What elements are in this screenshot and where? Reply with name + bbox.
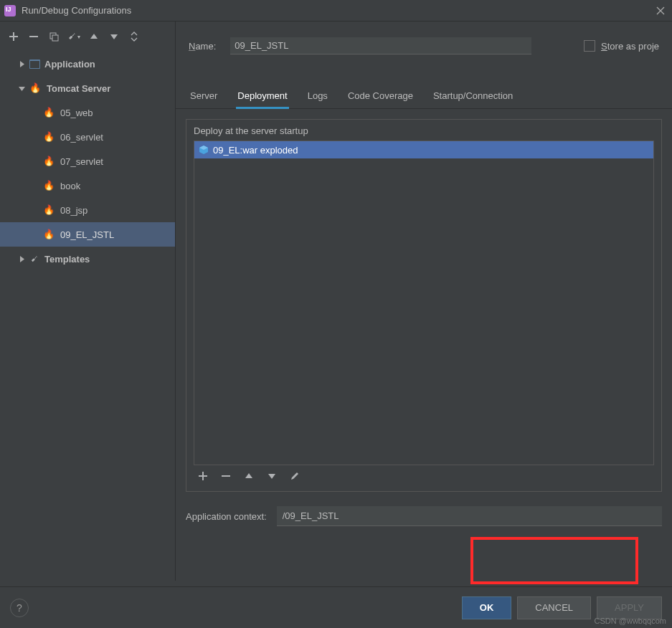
tomcat-icon: 🔥 [29,82,41,93]
tree-node-09-el-jstl[interactable]: 🔥 09_EL_JSTL [0,222,175,247]
name-label: Name: [189,41,216,52]
tree-node-08-jsp[interactable]: 🔥 08_jsp [0,198,175,222]
chevron-down-icon [19,83,25,94]
svg-rect-1 [52,35,58,41]
application-icon [29,60,40,69]
highlight-box [470,537,638,584]
copy-config-button[interactable] [46,29,62,44]
close-button[interactable] [653,4,668,18]
tab-deployment[interactable]: Deployment [236,86,288,108]
tab-server[interactable]: Server [189,86,219,108]
main-area: ▾ Application 🔥 Tomcat Server 🔥 05_web [0,22,672,581]
dialog-footer: ? OK CANCEL APPLY [0,586,672,628]
tree-label: Application [44,59,95,70]
window-title: Run/Debug Configurations [22,5,653,16]
tree-label: book [60,181,80,191]
tree-label: 05_web [60,108,93,118]
remove-artifact-button[interactable] [219,471,232,484]
add-artifact-button[interactable] [197,471,209,484]
tree-label: 07_servlet [60,156,103,167]
application-context-row: Application context: [186,499,662,541]
artifact-down-button[interactable] [265,471,278,484]
move-down-button[interactable] [106,29,122,44]
titlebar: Run/Debug Configurations [0,0,672,22]
deployment-item[interactable]: 09_EL:war exploded [194,141,653,158]
artifact-icon [199,145,209,155]
tree-node-templates[interactable]: Templates [0,247,175,271]
apply-button[interactable]: APPLY [597,596,662,619]
config-tree: Application 🔥 Tomcat Server 🔥 05_web 🔥 0… [0,52,175,271]
tab-bar: Server Deployment Logs Code Coverage Sta… [176,79,672,109]
tree-label: 08_jsp [60,205,87,216]
deployment-title: Deploy at the server startup [194,125,654,136]
expand-all-button[interactable] [126,29,142,44]
tree-node-06-servlet[interactable]: 🔥 06_servlet [0,125,175,149]
sidebar-toolbar: ▾ [0,26,175,47]
wrench-button[interactable]: ▾ [66,29,82,44]
sidebar: ▾ Application 🔥 Tomcat Server 🔥 05_web [0,22,176,581]
tree-label: Tomcat Server [47,83,110,94]
tree-label: 09_EL_JSTL [60,229,114,240]
name-bar: Name: Store as proje [176,22,672,57]
name-input[interactable] [230,37,531,54]
tomcat-icon: 🔥 [43,156,55,166]
close-icon [656,6,665,15]
tomcat-icon: 🔥 [43,204,55,215]
right-panel: Name: Store as proje Server Deployment L… [176,22,672,581]
chevron-right-icon [19,59,25,70]
svg-rect-3 [30,61,39,68]
tree-node-book[interactable]: 🔥 book [0,173,175,198]
tab-code-coverage[interactable]: Code Coverage [346,86,415,108]
help-button[interactable]: ? [10,599,29,617]
tree-node-05-web[interactable]: 🔥 05_web [0,100,175,125]
tomcat-icon: 🔥 [43,229,55,239]
move-up-button[interactable] [86,29,102,44]
deployment-item-label: 09_EL:war exploded [213,145,298,156]
tree-node-07-servlet[interactable]: 🔥 07_servlet [0,149,175,173]
tree-label: 06_servlet [60,132,103,143]
tab-startup-connection[interactable]: Startup/Connection [432,86,514,108]
tab-logs[interactable]: Logs [306,86,329,108]
add-config-button[interactable] [6,29,22,44]
watermark-text: CSDN @wwbqqcom [595,617,666,625]
tree-label: Templates [44,254,90,265]
chevron-right-icon [19,254,25,265]
remove-config-button[interactable] [26,29,42,44]
wrench-icon [29,254,40,264]
store-checkbox[interactable] [584,40,595,52]
deployment-section: Deploy at the server startup 09_EL:war e… [186,119,662,492]
deployment-toolbar [194,465,654,491]
tree-node-tomcat[interactable]: 🔥 Tomcat Server [0,76,175,100]
cancel-button[interactable]: CANCEL [517,596,591,619]
store-as-project[interactable]: Store as proje [584,40,659,52]
intellij-logo-icon [4,5,16,16]
tree-node-application[interactable]: Application [0,52,175,76]
ok-button[interactable]: OK [462,596,512,619]
tomcat-icon: 🔥 [43,180,55,191]
app-context-input[interactable] [277,506,662,526]
tomcat-icon: 🔥 [43,107,55,118]
deployment-list[interactable]: 09_EL:war exploded [194,141,654,465]
tomcat-icon: 🔥 [43,131,55,142]
app-context-label: Application context: [186,511,267,522]
store-label: Store as proje [601,41,659,52]
edit-artifact-button[interactable] [288,471,301,484]
artifact-up-button[interactable] [242,471,255,484]
